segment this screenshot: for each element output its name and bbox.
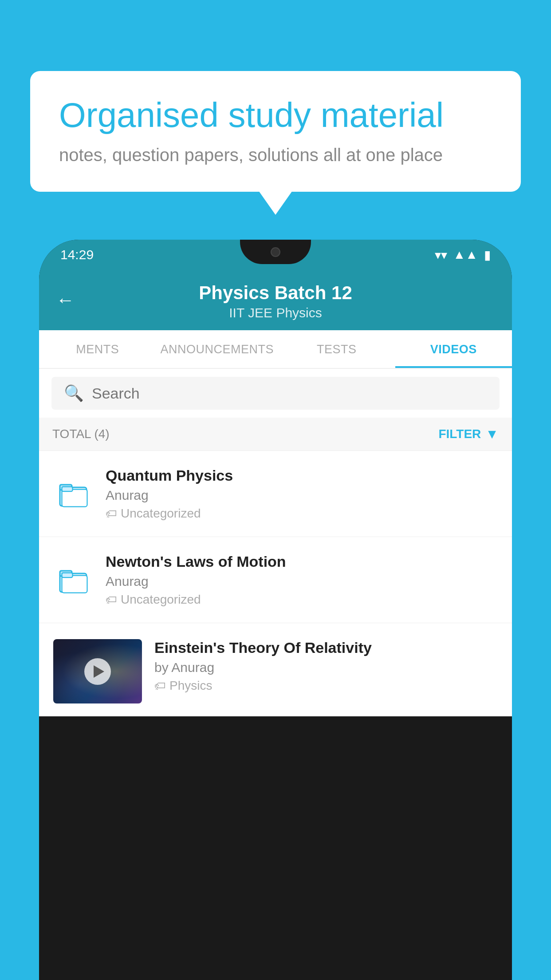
svg-rect-7 xyxy=(62,573,73,577)
speech-bubble: Organised study material notes, question… xyxy=(30,71,521,192)
folder-icon-2 xyxy=(53,560,93,600)
list-item[interactable]: Einstein's Theory Of Relativity by Anura… xyxy=(39,623,512,716)
tag-icon-1: 🏷 xyxy=(106,507,117,521)
tab-announcements[interactable]: ANNOUNCEMENTS xyxy=(156,330,279,368)
filter-icon: ▼ xyxy=(485,427,499,442)
total-count: TOTAL (4) xyxy=(52,427,110,441)
svg-rect-2 xyxy=(62,489,87,506)
tab-tests[interactable]: TESTS xyxy=(278,330,395,368)
tag-label-3: Physics xyxy=(169,679,212,693)
bubble-title: Organised study material xyxy=(59,95,492,135)
back-button[interactable]: ← xyxy=(56,289,75,311)
tag-icon-2: 🏷 xyxy=(106,593,117,607)
filter-bar: TOTAL (4) FILTER ▼ xyxy=(39,418,512,451)
video-title-1: Quantum Physics xyxy=(106,467,498,484)
filter-label: FILTER xyxy=(438,427,481,441)
video-list: Quantum Physics Anurag 🏷 Uncategorized xyxy=(39,451,512,716)
status-icons: ▾▾ ▲▲ ▮ xyxy=(435,248,491,262)
bubble-subtitle: notes, question papers, solutions all at… xyxy=(59,145,492,165)
battery-icon: ▮ xyxy=(484,248,491,262)
svg-rect-3 xyxy=(62,486,73,491)
tag-label-1: Uncategorized xyxy=(121,506,201,521)
camera-dot xyxy=(271,247,280,257)
tag-label-2: Uncategorized xyxy=(121,593,201,607)
video-author-2: Anurag xyxy=(106,574,498,589)
video-tag-1: 🏷 Uncategorized xyxy=(106,506,498,521)
video-tag-2: 🏷 Uncategorized xyxy=(106,593,498,607)
video-title-2: Newton's Laws of Motion xyxy=(106,553,498,570)
signal-icon: ▲▲ xyxy=(453,248,478,262)
app-subtitle: IIT JEE Physics xyxy=(57,305,494,320)
speech-bubble-container: Organised study material notes, question… xyxy=(30,71,521,192)
tabs-bar: MENTS ANNOUNCEMENTS TESTS VIDEOS xyxy=(39,330,512,369)
notch xyxy=(240,240,311,264)
video-title-3: Einstein's Theory Of Relativity xyxy=(154,639,498,656)
tab-ments[interactable]: MENTS xyxy=(39,330,156,368)
video-thumbnail-3 xyxy=(53,639,142,703)
svg-rect-6 xyxy=(62,575,87,593)
tag-icon-3: 🏷 xyxy=(154,679,166,693)
search-icon: 🔍 xyxy=(64,384,84,403)
video-info-2: Newton's Laws of Motion Anurag 🏷 Uncateg… xyxy=(106,553,498,607)
app-header: ← Physics Batch 12 IIT JEE Physics xyxy=(39,270,512,330)
play-icon xyxy=(94,665,104,678)
video-tag-3: 🏷 Physics xyxy=(154,679,498,693)
search-input[interactable] xyxy=(92,385,487,402)
video-author-1: Anurag xyxy=(106,488,498,503)
status-time: 14:29 xyxy=(60,247,94,262)
phone-frame: 14:29 ▾▾ ▲▲ ▮ ← Physics Batch 12 IIT JEE… xyxy=(39,240,512,980)
play-button[interactable] xyxy=(84,658,111,685)
search-wrapper: 🔍 xyxy=(51,377,500,410)
video-author-3: by Anurag xyxy=(154,660,498,675)
status-bar: 14:29 ▾▾ ▲▲ ▮ xyxy=(39,240,512,270)
tab-videos[interactable]: VIDEOS xyxy=(395,330,512,368)
list-item[interactable]: Newton's Laws of Motion Anurag 🏷 Uncateg… xyxy=(39,537,512,623)
wifi-icon: ▾▾ xyxy=(435,248,447,262)
folder-icon-1 xyxy=(53,474,93,514)
video-info-3: Einstein's Theory Of Relativity by Anura… xyxy=(154,639,498,693)
search-container: 🔍 xyxy=(39,369,512,418)
list-item[interactable]: Quantum Physics Anurag 🏷 Uncategorized xyxy=(39,451,512,537)
filter-button[interactable]: FILTER ▼ xyxy=(438,427,499,442)
app-title: Physics Batch 12 xyxy=(57,282,494,304)
video-info-1: Quantum Physics Anurag 🏷 Uncategorized xyxy=(106,467,498,521)
